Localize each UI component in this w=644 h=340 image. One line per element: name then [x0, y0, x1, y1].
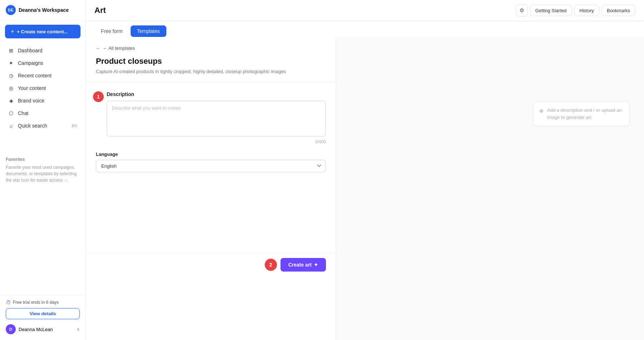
page-title: Art [94, 6, 106, 19]
description-label: Description [107, 91, 326, 97]
tab-templates[interactable]: Templates [131, 25, 166, 37]
sidebar-item-recent-content[interactable]: ◷ Recent content [2, 70, 83, 82]
content-area: ← ← All templates Product closeups Captu… [86, 37, 644, 340]
sidebar-item-label: Campaigns [18, 60, 43, 66]
step-1-row: 1 Description 0/400 [96, 91, 326, 144]
nav-items: ⊞ Dashboard ✦ Campaigns ◷ Recent content… [0, 43, 86, 153]
left-panel: ← ← All templates Product closeups Captu… [86, 37, 336, 340]
search-icon: ⌕ [8, 123, 14, 129]
chat-icon: ⬡ [8, 110, 14, 116]
back-link-label: ← All templates [103, 46, 135, 51]
sidebar-item-label: Dashboard [18, 48, 43, 53]
description-field-block: Description 0/400 [107, 91, 326, 144]
tabs-row: Free form Templates [86, 21, 644, 37]
sidebar-item-dashboard[interactable]: ⊞ Dashboard [2, 44, 83, 57]
sidebar-header: DE Deanna's Workspace [0, 0, 86, 20]
your-content-icon: ◎ [8, 85, 14, 91]
template-header: ← ← All templates Product closeups Captu… [86, 37, 336, 83]
create-art-label: Create art [288, 262, 312, 268]
char-count: 0/400 [107, 139, 326, 144]
back-arrow-icon: ← [96, 46, 101, 51]
favorites-title: Favorites [6, 157, 80, 162]
language-block: Language English Spanish French German I… [96, 152, 326, 172]
step-2-badge: 2 [265, 259, 277, 271]
favorites-description: Favorite your most used campaigns, docum… [6, 164, 80, 183]
workspace-name: Deanna's Workspace [19, 7, 69, 13]
sidebar-bottom: ⏱ Free trial ends in 6 days View details… [0, 295, 86, 340]
chevron-up-icon: ∧ [77, 327, 80, 332]
campaigns-icon: ✦ [8, 60, 14, 66]
create-new-content-button[interactable]: + + Create new content... [5, 25, 80, 38]
plus-icon: + [11, 28, 14, 35]
favorites-section: Favorites Favorite your most used campai… [0, 153, 86, 188]
keyboard-shortcut: ⌘K [71, 124, 78, 128]
template-title: Product closeups [96, 57, 326, 66]
main-content: Art ⚙ Getting Started History Bookmarks … [86, 0, 644, 340]
user-avatar: D [6, 324, 16, 334]
create-art-button[interactable]: Create art ✦ [280, 258, 326, 272]
create-art-wrapper: 2 Create art ✦ [280, 258, 326, 272]
dashboard-icon: ⊞ [8, 47, 14, 54]
user-row[interactable]: D Deanna McLean ∧ [6, 323, 80, 336]
sidebar-item-your-content[interactable]: ◎ Your content [2, 82, 83, 94]
view-details-button[interactable]: View details [6, 308, 80, 319]
back-to-templates-link[interactable]: ← ← All templates [96, 46, 326, 51]
create-button-label: + Create new content... [17, 29, 68, 34]
sidebar-item-brand-voice[interactable]: ◈ Brand voice [2, 95, 83, 107]
sidebar-item-campaigns[interactable]: ✦ Campaigns [2, 57, 83, 69]
hint-icon: ◆ [539, 107, 543, 114]
getting-started-button[interactable]: Getting Started [530, 5, 572, 16]
gear-icon: ⚙ [519, 7, 524, 14]
sidebar-item-label: Your content [18, 85, 46, 91]
sidebar-item-label: Chat [18, 110, 29, 116]
user-name: Deanna McLean [19, 327, 74, 332]
brand-voice-icon: ◈ [8, 97, 14, 104]
description-textarea[interactable] [107, 101, 326, 137]
art-hint-card: ◆ Add a description and / or upload an i… [533, 101, 630, 126]
art-hint-text: Add a description and / or upload an ima… [547, 107, 624, 121]
language-label: Language [96, 152, 326, 157]
trial-info: ⏱ Free trial ends in 6 days [6, 300, 80, 305]
top-bar: Art ⚙ Getting Started History Bookmarks [86, 0, 644, 21]
form-section: 1 Description 0/400 Language English Spa… [86, 83, 336, 181]
settings-button[interactable]: ⚙ [516, 4, 528, 16]
history-button[interactable]: History [574, 5, 599, 16]
workspace-avatar: DE [6, 5, 16, 15]
step-1-badge: 1 [93, 91, 104, 102]
sidebar-item-quick-search[interactable]: ⌕ Quick search ⌘K [2, 120, 83, 132]
bookmarks-button[interactable]: Bookmarks [601, 5, 635, 16]
bottom-bar: 2 Create art ✦ [86, 253, 336, 277]
language-select[interactable]: English Spanish French German Italian [96, 160, 326, 172]
recent-content-icon: ◷ [8, 72, 14, 79]
sparkle-icon: ✦ [314, 262, 318, 268]
trial-icon: ⏱ [6, 300, 11, 305]
right-panel: ◆ Add a description and / or upload an i… [336, 37, 644, 340]
tab-free-form[interactable]: Free form [94, 25, 129, 37]
top-bar-right: ⚙ Getting Started History Bookmarks [516, 4, 635, 21]
sidebar-item-label: Recent content [18, 73, 52, 78]
sidebar-item-label: Brand voice [18, 98, 44, 104]
sidebar-item-label: Quick search [18, 123, 47, 129]
template-description: Capture AI-created products in tightly c… [96, 68, 326, 75]
sidebar: DE Deanna's Workspace + + Create new con… [0, 0, 86, 340]
sidebar-item-chat[interactable]: ⬡ Chat [2, 107, 83, 119]
trial-text: Free trial ends in 6 days [13, 300, 59, 305]
